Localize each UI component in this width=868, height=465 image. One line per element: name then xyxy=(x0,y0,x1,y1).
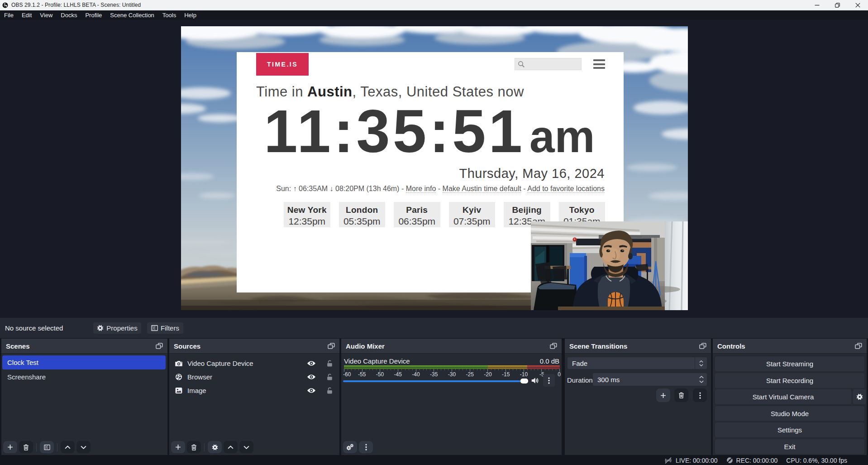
obs-logo-icon xyxy=(2,2,8,8)
scene-list-item[interactable]: Screenshare xyxy=(2,370,166,384)
start-virtual-camera-button[interactable]: Start Virtual Camera xyxy=(715,389,851,404)
popout-icon[interactable] xyxy=(855,343,862,349)
menu-scene-collection[interactable]: Scene Collection xyxy=(106,11,158,20)
city-time-card[interactable]: London 05:35pm xyxy=(339,202,386,227)
scene-down-button[interactable] xyxy=(76,441,91,453)
eye-visible-icon[interactable] xyxy=(307,374,316,380)
exit-button[interactable]: Exit xyxy=(715,439,864,454)
mixer-menu-button[interactable] xyxy=(359,441,373,453)
source-up-button[interactable] xyxy=(224,441,238,453)
speaker-icon[interactable] xyxy=(531,377,539,384)
chevron-down-icon xyxy=(243,446,249,449)
lock-open-icon[interactable] xyxy=(326,360,333,367)
transitions-panel-header[interactable]: Scene Transitions xyxy=(565,339,711,354)
preview-canvas[interactable]: TIME.IS Time in Austin, Texas, United St… xyxy=(0,20,868,318)
menu-edit[interactable]: Edit xyxy=(18,11,36,20)
source-properties-button[interactable] xyxy=(208,441,222,453)
advanced-audio-button[interactable] xyxy=(343,441,357,453)
spin-up-icon[interactable] xyxy=(699,360,703,363)
gear-icon xyxy=(97,325,104,331)
source-row[interactable]: Browser xyxy=(169,370,339,384)
city-time-card[interactable]: New York 12:35pm xyxy=(284,202,330,227)
remove-scene-button[interactable] xyxy=(19,441,33,453)
audio-mixer-panel-header[interactable]: Audio Mixer xyxy=(341,339,562,354)
duration-spinbox[interactable]: 300 ms xyxy=(593,373,707,386)
add-favorite-link[interactable]: Add to favorite locations xyxy=(527,185,605,193)
remove-transition-button[interactable] xyxy=(674,388,688,402)
scenes-panel-header[interactable]: Scenes xyxy=(1,339,167,354)
volume-meter xyxy=(344,365,560,367)
close-button[interactable] xyxy=(848,0,868,10)
menu-profile[interactable]: Profile xyxy=(81,11,106,20)
restore-button[interactable] xyxy=(827,0,848,10)
menu-tools[interactable]: Tools xyxy=(158,11,180,20)
popout-icon[interactable] xyxy=(550,343,557,349)
rec-status: REC: 00:00:00 xyxy=(726,457,778,464)
timeis-search-input[interactable] xyxy=(515,58,582,70)
more-info-link[interactable]: More info xyxy=(406,185,436,193)
eye-visible-icon[interactable] xyxy=(307,360,316,366)
studio-mode-button[interactable]: Studio Mode xyxy=(715,406,864,421)
source-down-button[interactable] xyxy=(239,441,253,453)
spinbox-spinner[interactable] xyxy=(696,373,707,386)
spin-down-icon[interactable] xyxy=(699,380,704,383)
program-preview[interactable]: TIME.IS Time in Austin, Texas, United St… xyxy=(181,26,688,310)
menu-docks[interactable]: Docks xyxy=(57,11,81,20)
timeis-clock: 11:35:51 am xyxy=(264,101,608,158)
spin-down-icon[interactable] xyxy=(699,364,703,366)
popout-icon[interactable] xyxy=(699,343,706,349)
meter-zone-yellow xyxy=(488,365,527,367)
meter-tick-label: -50 xyxy=(376,371,384,378)
menu-view[interactable]: View xyxy=(36,11,57,20)
popout-icon[interactable] xyxy=(156,343,163,349)
lock-open-icon[interactable] xyxy=(326,374,333,380)
mixer-level-db: 0.0 dB xyxy=(540,357,559,365)
transition-properties-button[interactable] xyxy=(693,388,707,402)
scene-filters-button[interactable] xyxy=(40,441,54,453)
source-row[interactable]: Image xyxy=(169,384,339,397)
transition-value: Fade xyxy=(568,360,587,367)
add-scene-button[interactable] xyxy=(3,441,17,453)
source-row[interactable]: Video Capture Device xyxy=(169,356,339,370)
spin-up-icon[interactable] xyxy=(699,376,704,379)
meter-zone-yellow xyxy=(488,367,527,369)
source-toolbar: No source selected Properties Filters xyxy=(0,318,868,338)
properties-button[interactable]: Properties xyxy=(93,322,141,334)
scenes-toolbar xyxy=(3,441,92,453)
volume-slider-track[interactable] xyxy=(343,380,521,382)
image-icon xyxy=(175,387,182,394)
city-name: Paris xyxy=(394,205,440,215)
start-streaming-button[interactable]: Start Streaming xyxy=(715,356,864,371)
virtual-camera-settings-button[interactable] xyxy=(853,389,866,404)
settings-button[interactable]: Settings xyxy=(715,422,864,437)
menu-file[interactable]: File xyxy=(0,11,18,20)
menu-help[interactable]: Help xyxy=(180,11,200,20)
popout-icon[interactable] xyxy=(328,343,335,349)
sources-panel-header[interactable]: Sources xyxy=(169,339,339,354)
add-source-button[interactable] xyxy=(171,441,185,453)
remove-source-button[interactable] xyxy=(187,441,201,453)
meter-zone-red xyxy=(527,367,560,369)
minimize-button[interactable] xyxy=(807,0,827,10)
filters-button[interactable]: Filters xyxy=(147,322,183,334)
hamburger-menu-icon[interactable] xyxy=(593,59,605,69)
make-default-link[interactable]: Make Austin time default xyxy=(443,185,521,193)
city-time-card[interactable]: Paris 06:35pm xyxy=(394,202,440,227)
cpu-fps-label: CPU: 0.6%, 30.00 fps xyxy=(786,457,847,464)
mixer-channel-menu-button[interactable] xyxy=(543,374,555,387)
start-recording-button[interactable]: Start Recording xyxy=(715,373,864,388)
city-name: Tokyo xyxy=(559,205,606,215)
scene-up-button[interactable] xyxy=(61,441,75,453)
combo-spinner[interactable] xyxy=(695,357,707,369)
eye-visible-icon[interactable] xyxy=(307,388,316,393)
scene-list-item[interactable]: Clock Test xyxy=(2,355,166,369)
menubar: File Edit View Docks Profile Scene Colle… xyxy=(0,11,868,20)
duration-label: Duration xyxy=(567,376,593,384)
controls-panel-header[interactable]: Controls xyxy=(713,339,867,354)
city-time-card[interactable]: Kyiv 07:35pm xyxy=(449,202,496,227)
lock-open-icon[interactable] xyxy=(326,387,333,394)
volume-slider-handle[interactable] xyxy=(520,379,528,384)
transition-select[interactable]: Fade xyxy=(568,357,707,369)
add-transition-button[interactable] xyxy=(656,388,670,402)
meter-tick-label: -45 xyxy=(394,371,402,378)
